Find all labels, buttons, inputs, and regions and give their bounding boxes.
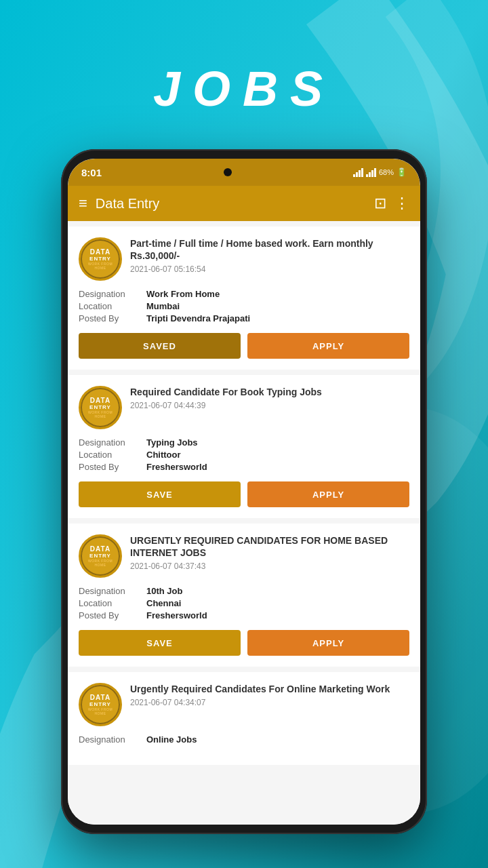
job-card: DATA ENTRY WORK FROM HOME Urgently Requi… [68,672,420,765]
signal-icon-2 [366,168,376,177]
job-title: Required Candidate For Book Typing Jobs [130,386,409,398]
job-details: Designation Work From Home Location Mumb… [79,289,409,323]
status-icons: 68% 🔋 [353,167,407,177]
location-label: Location [79,598,146,608]
save-button[interactable]: SAVE [79,481,241,507]
job-card: DATA ENTRY WORK FROM HOME Part-time / Fu… [68,226,420,370]
status-bar: 8:01 68% 🔋 [68,159,420,186]
detail-row: Designation Work From Home [79,289,409,299]
detail-row: Location Mumbai [79,301,409,311]
logo-text-data: DATA [90,397,110,404]
job-details: Designation 10th Job Location Chennai Po… [79,586,409,620]
detail-row: Designation 10th Job [79,586,409,596]
designation-label: Designation [79,289,146,299]
location-value: Mumbai [146,301,180,311]
job-header: DATA ENTRY WORK FROM HOME Required Candi… [79,386,409,429]
logo-text-entry: ENTRY [89,553,111,559]
location-value: Chittoor [146,450,181,460]
logo-text-sub: WORK FROM HOME [82,262,119,270]
logo-text-data: DATA [90,694,110,701]
detail-row: Location Chennai [79,598,409,608]
apply-button[interactable]: APPLY [247,630,409,656]
posted-by-value: Tripti Devendra Prajapati [146,313,250,323]
job-details: Designation Online Jobs [79,734,409,745]
posted-by-value: Freshersworld [146,610,207,620]
save-button[interactable]: SAVED [79,333,241,359]
status-time: 8:01 [81,167,102,178]
job-header: DATA ENTRY WORK FROM HOME URGENTLY REQUI… [79,534,409,578]
location-value: Chennai [146,598,181,608]
more-options-icon[interactable]: ⋮ [394,195,409,212]
app-title: JOBS [0,61,488,117]
job-actions: SAVE APPLY [79,481,409,507]
job-card: DATA ENTRY WORK FROM HOME URGENTLY REQUI… [68,524,420,667]
detail-row: Location Chittoor [79,450,409,460]
job-date: 2021-06-07 04:37:43 [130,561,409,571]
company-logo: DATA ENTRY WORK FROM HOME [79,534,122,578]
job-card: DATA ENTRY WORK FROM HOME Required Candi… [68,375,420,518]
logo-text-entry: ENTRY [89,701,111,707]
company-logo: DATA ENTRY WORK FROM HOME [79,683,122,726]
job-date: 2021-06-07 04:34:07 [130,698,409,707]
logo-text-entry: ENTRY [89,404,111,410]
detail-row: Posted By Freshersworld [79,462,409,472]
location-label: Location [79,301,146,311]
signal-icon [353,168,363,177]
detail-row: Designation Typing Jobs [79,437,409,448]
detail-row: Posted By Tripti Devendra Prajapati [79,313,409,323]
logo-text-data: DATA [90,248,110,256]
apply-button[interactable]: APPLY [247,481,409,507]
job-date: 2021-06-07 05:16:54 [130,264,409,274]
job-title-section: Urgently Required Candidates For Online … [130,683,409,726]
job-actions: SAVE APPLY [79,630,409,656]
job-title-section: Required Candidate For Book Typing Jobs … [130,386,409,429]
job-details: Designation Typing Jobs Location Chittoo… [79,437,409,472]
location-label: Location [79,450,146,460]
posted-by-value: Freshersworld [146,462,207,472]
posted-by-label: Posted By [79,462,146,472]
battery-icon: 🔋 [396,167,407,177]
detail-row: Posted By Freshersworld [79,610,409,620]
job-title: Part-time / Full time / Home based work.… [130,237,409,262]
apply-button[interactable]: APPLY [247,333,409,359]
company-logo: DATA ENTRY WORK FROM HOME [79,386,122,429]
job-title: URGENTLY REQUIRED CANDIDATES FOR HOME BA… [130,534,409,559]
phone-screen: 8:01 68% 🔋 ≡ [68,159,420,825]
designation-label: Designation [79,437,146,448]
designation-label: Designation [79,586,146,596]
designation-value: 10th Job [146,586,182,596]
job-header: DATA ENTRY WORK FROM HOME Urgently Requi… [79,683,409,726]
job-title: Urgently Required Candidates For Online … [130,683,409,695]
company-logo: DATA ENTRY WORK FROM HOME [79,237,122,281]
monitor-icon[interactable]: ⊡ [374,195,386,212]
front-camera [224,168,232,176]
logo-text-sub: WORK FROM HOME [82,707,119,715]
logo-text-sub: WORK FROM HOME [82,410,119,418]
logo-text-data: DATA [90,545,110,553]
designation-value: Online Jobs [146,734,197,745]
job-date: 2021-06-07 04:44:39 [130,401,409,410]
posted-by-label: Posted By [79,610,146,620]
save-button[interactable]: SAVE [79,630,241,656]
jobs-list: DATA ENTRY WORK FROM HOME Part-time / Fu… [68,221,420,825]
designation-label: Designation [79,734,146,745]
job-header: DATA ENTRY WORK FROM HOME Part-time / Fu… [79,237,409,281]
designation-value: Typing Jobs [146,437,198,448]
detail-row: Designation Online Jobs [79,734,409,745]
logo-text-entry: ENTRY [89,256,111,262]
job-actions: SAVED APPLY [79,333,409,359]
designation-value: Work From Home [146,289,220,299]
posted-by-label: Posted By [79,313,146,323]
job-title-section: Part-time / Full time / Home based work.… [130,237,409,281]
app-bar-title: Data Entry [96,196,366,212]
job-title-section: URGENTLY REQUIRED CANDIDATES FOR HOME BA… [130,534,409,578]
phone-frame: 8:01 68% 🔋 ≡ [61,149,427,834]
menu-icon[interactable]: ≡ [79,195,87,212]
logo-text-sub: WORK FROM HOME [82,559,119,567]
battery-indicator: 68% [379,168,394,176]
app-bar: ≡ Data Entry ⊡ ⋮ [68,186,420,221]
